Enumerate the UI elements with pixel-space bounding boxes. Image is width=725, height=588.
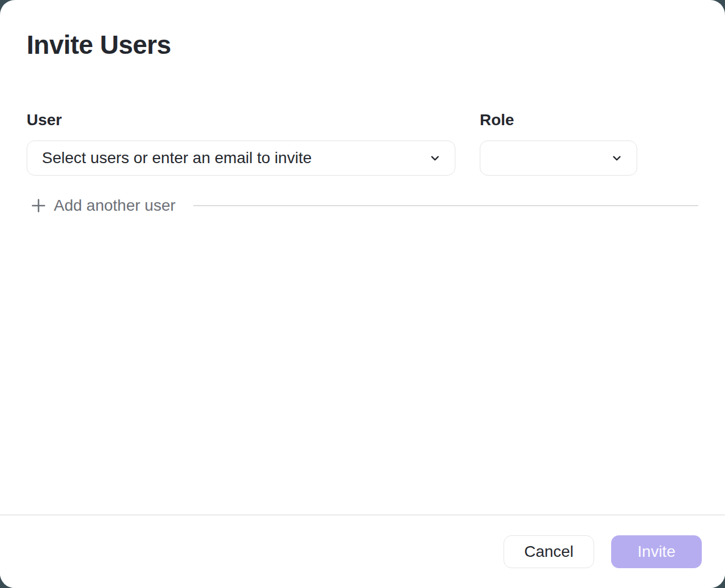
- role-field-label: Role: [480, 110, 637, 130]
- cancel-button[interactable]: Cancel: [504, 535, 594, 568]
- user-select-placeholder: Select users or enter an email to invite: [42, 149, 312, 167]
- plus-icon: [31, 198, 46, 214]
- add-another-user-label: Add another user: [54, 194, 176, 217]
- chevron-down-icon: [429, 152, 441, 164]
- user-field-label: User: [27, 110, 455, 130]
- page-title: Invite Users: [27, 30, 698, 60]
- modal-body: Invite Users User Select users or enter …: [0, 0, 725, 514]
- invite-button[interactable]: Invite: [611, 535, 702, 568]
- invite-users-modal: Invite Users User Select users or enter …: [0, 0, 725, 588]
- modal-footer: Cancel Invite: [0, 514, 725, 588]
- user-select[interactable]: Select users or enter an email to invite: [27, 140, 455, 176]
- chevron-down-icon: [611, 152, 623, 164]
- add-another-user-button[interactable]: Add another user: [27, 194, 179, 218]
- add-another-user-row: Add another user: [27, 194, 698, 217]
- user-field-group: User Select users or enter an email to i…: [27, 110, 455, 176]
- role-select[interactable]: [480, 140, 637, 176]
- horizontal-rule: [193, 205, 698, 206]
- invite-form-row: User Select users or enter an email to i…: [27, 110, 698, 176]
- role-field-group: Role: [480, 110, 637, 176]
